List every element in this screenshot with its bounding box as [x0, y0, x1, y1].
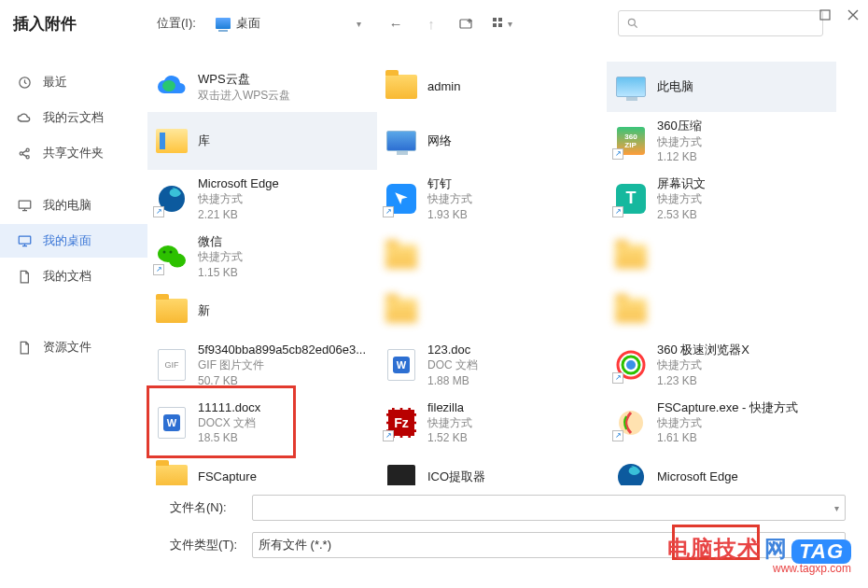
file-size: 1.52 KB: [427, 430, 472, 445]
file-size: 1.12 KB: [657, 149, 702, 164]
file-name: filezilla: [427, 399, 472, 416]
file-size: 1.23 KB: [657, 373, 749, 388]
cloud-icon: [17, 110, 32, 125]
file-item[interactable]: admin: [377, 62, 607, 112]
filetype-label: 文件类型(T):: [170, 537, 243, 553]
file-name: Microsoft Edge: [198, 175, 279, 192]
svg-rect-0: [820, 10, 830, 20]
file-name: 此电脑: [657, 78, 693, 95]
chevron-down-icon: ▾: [834, 503, 839, 513]
file-item[interactable]: 新: [147, 286, 377, 336]
file-name: 123.doc: [427, 342, 478, 358]
location-label: 位置(I):: [157, 15, 196, 32]
up-button[interactable]: ↑: [420, 12, 442, 35]
sidebar-item[interactable]: 最近: [0, 65, 147, 99]
blur-icon: [17, 304, 32, 319]
file-name: 微信: [198, 233, 243, 250]
file-name: 屏幕识文: [657, 175, 706, 192]
file-size: 1.15 KB: [198, 265, 243, 280]
file-item[interactable]: ↗FSCapture.exe - 快捷方式快捷方式1.61 KB: [607, 394, 836, 452]
filetype-select[interactable]: 所有文件 (*.*) ▾: [252, 532, 846, 558]
svg-point-18: [170, 250, 173, 253]
clock-icon: [17, 75, 32, 90]
file-name: ICO提取器: [427, 469, 485, 485]
file-item[interactable]: [607, 228, 836, 286]
file-item[interactable]: GIF5f9340bba899a5cb82ed06e3...GIF 图片文件50…: [147, 336, 377, 394]
file-icon: [614, 294, 648, 328]
filename-input[interactable]: ▾: [252, 495, 846, 521]
file-size: 50.7 KB: [198, 373, 366, 388]
file-item[interactable]: [377, 228, 607, 286]
file-item[interactable]: 网络: [377, 112, 607, 170]
file-meta: 快捷方式: [198, 249, 243, 264]
sidebar-item[interactable]: 我的桌面: [0, 224, 147, 258]
file-meta: 快捷方式: [657, 191, 706, 206]
file-meta: 快捷方式: [427, 191, 472, 206]
sidebar-item-label: 最近: [43, 74, 67, 91]
new-folder-button[interactable]: [455, 12, 478, 35]
file-name: 新: [198, 302, 210, 319]
file-icon: [385, 240, 418, 273]
file-item[interactable]: FSCapture: [147, 452, 377, 485]
sidebar-item[interactable]: 我的文档: [0, 259, 147, 293]
file-icon: [155, 460, 189, 485]
file-name: WPS云盘: [198, 71, 290, 88]
sidebar-item[interactable]: 共享文件夹: [0, 136, 147, 170]
svg-point-16: [169, 253, 186, 267]
file-meta: 双击进入WPS云盘: [198, 88, 290, 103]
file-item[interactable]: ↗微信快捷方式1.15 KB: [147, 228, 377, 286]
file-item[interactable]: 360ZIP↗360压缩快捷方式1.12 KB: [607, 112, 836, 170]
file-name: Microsoft Edge: [657, 469, 738, 485]
sidebar-item[interactable]: 我的电脑: [0, 189, 147, 222]
view-mode-button[interactable]: ▾: [491, 12, 513, 35]
file-icon: ↗: [614, 348, 648, 382]
file-item[interactable]: 此电脑: [607, 62, 836, 112]
file-item[interactable]: 库: [147, 112, 377, 170]
dialog-title: 插入附件: [13, 13, 147, 35]
file-size: 18.5 KB: [198, 430, 260, 445]
share-icon: [17, 146, 32, 161]
sidebar-item[interactable]: 我的云文档: [0, 101, 147, 134]
back-button[interactable]: ←: [385, 12, 407, 35]
file-item[interactable]: Microsoft Edge: [607, 452, 836, 485]
file-name: [657, 302, 693, 319]
svg-rect-3: [498, 18, 502, 21]
file-name: [427, 248, 464, 265]
file-name: 360 极速浏览器X: [657, 342, 749, 358]
file-size: 1.61 KB: [657, 430, 798, 445]
desktop-icon: [216, 18, 231, 29]
file-item[interactable]: [377, 286, 607, 336]
file-item[interactable]: W11111.docxDOCX 文档18.5 KB: [147, 394, 377, 452]
sidebar-item-label: 共享文件夹: [43, 145, 104, 161]
filetype-value: 所有文件 (*.*): [259, 537, 331, 553]
file-item[interactable]: W123.docDOC 文档1.88 MB: [377, 336, 607, 394]
file-meta: DOC 文档: [427, 357, 478, 372]
maximize-button[interactable]: [818, 7, 833, 22]
file-item[interactable]: [607, 286, 836, 336]
file-size: 1.93 KB: [427, 207, 472, 222]
location-dropdown[interactable]: 桌面 ▾: [209, 11, 368, 35]
file-item[interactable]: ICO提取器: [377, 452, 607, 485]
file-meta: 快捷方式: [198, 191, 279, 206]
file-name: 钉钉: [427, 175, 472, 192]
file-icon: [614, 460, 648, 485]
sidebar-item-label: 我的文档: [43, 268, 91, 285]
file-icon: ↗: [614, 406, 648, 440]
search-input[interactable]: [618, 10, 823, 36]
file-item[interactable]: WPS云盘双击进入WPS云盘: [147, 62, 377, 112]
sidebar-item[interactable]: 资源文件: [0, 330, 147, 364]
file-item[interactable]: Fz↗filezilla快捷方式1.52 KB: [377, 394, 607, 452]
svg-point-23: [618, 464, 644, 485]
svg-point-6: [628, 19, 635, 25]
file-item[interactable]: ↗360 极速浏览器X快捷方式1.23 KB: [607, 336, 836, 394]
file-item[interactable]: T↗屏幕识文快捷方式2.53 KB: [607, 170, 836, 228]
file-icon: 360ZIP↗: [614, 124, 648, 158]
file-item[interactable]: ↗Microsoft Edge快捷方式2.21 KB: [147, 170, 377, 228]
sidebar-item[interactable]: [0, 295, 147, 329]
file-name: FSCapture.exe - 快捷方式: [657, 399, 798, 416]
file-icon: T↗: [614, 182, 648, 216]
file-item[interactable]: ↗钉钉快捷方式1.93 KB: [377, 170, 607, 228]
file-name: 5f9340bba899a5cb82ed06e3...: [198, 342, 366, 358]
close-button[interactable]: [846, 7, 861, 22]
svg-rect-2: [493, 18, 497, 21]
